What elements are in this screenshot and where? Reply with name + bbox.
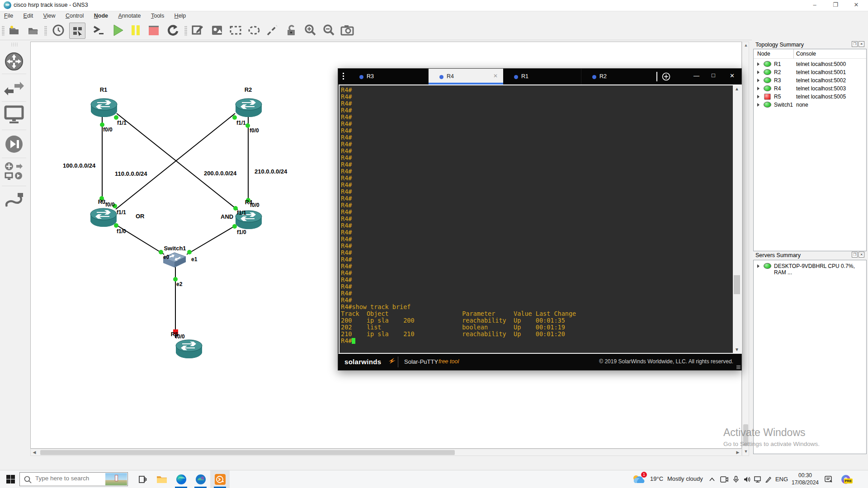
taskbar-search[interactable] bbox=[19, 472, 128, 486]
snapshot-button[interactable] bbox=[51, 23, 66, 38]
expand-arrow[interactable] bbox=[757, 264, 760, 268]
zoom-in-button[interactable] bbox=[302, 23, 318, 38]
node-r2[interactable] bbox=[235, 95, 263, 118]
terminal-minimize-button[interactable]: — bbox=[693, 72, 699, 79]
panel-close-button[interactable]: ✕ bbox=[859, 41, 864, 47]
meet-now-icon[interactable] bbox=[718, 470, 731, 488]
scroll-up-icon[interactable]: ▲ bbox=[733, 86, 741, 91]
menu-view[interactable]: View bbox=[39, 12, 60, 20]
expand-arrow[interactable] bbox=[757, 95, 760, 99]
draw-rectangle-button[interactable] bbox=[228, 23, 243, 38]
palette-security-devices-button[interactable] bbox=[3, 133, 25, 155]
draw-ellipse-button[interactable] bbox=[246, 23, 262, 38]
toolbar-handle[interactable] bbox=[2, 26, 5, 36]
pen-icon[interactable] bbox=[763, 470, 774, 488]
toolbar-handle[interactable] bbox=[184, 26, 187, 36]
suspend-all-button[interactable] bbox=[128, 23, 143, 38]
stop-all-button[interactable] bbox=[146, 23, 161, 38]
new-session-button[interactable] bbox=[662, 72, 670, 83]
search-input[interactable] bbox=[34, 474, 104, 482]
palette-all-devices-button[interactable] bbox=[3, 160, 25, 182]
edge-browser-button[interactable] bbox=[171, 470, 191, 488]
node-r3[interactable] bbox=[90, 205, 118, 228]
screenshot-button[interactable] bbox=[340, 23, 355, 38]
scroll-down-icon[interactable]: ▼ bbox=[733, 347, 741, 352]
terminal-maximize-button[interactable]: □ bbox=[712, 72, 715, 79]
task-view-button[interactable] bbox=[132, 470, 152, 488]
terminal-scrollbar[interactable]: ▲ ▼ bbox=[733, 85, 741, 353]
microphone-icon[interactable] bbox=[731, 470, 741, 488]
canvas-horizontal-scrollbar[interactable]: ◀ ▶ bbox=[30, 449, 742, 456]
palette-switches-button[interactable] bbox=[3, 78, 25, 99]
palette-end-devices-button[interactable] bbox=[3, 104, 25, 126]
copilot-icon[interactable]: PRE bbox=[837, 470, 854, 488]
console-connect-button[interactable] bbox=[91, 23, 106, 38]
expand-arrow[interactable] bbox=[757, 62, 760, 66]
terminal-close-button[interactable]: ✕ bbox=[730, 72, 735, 79]
scroll-left-arrow[interactable]: ◀ bbox=[31, 449, 38, 456]
expand-arrow[interactable] bbox=[757, 70, 760, 74]
scrollbar-thumb[interactable] bbox=[40, 450, 455, 455]
start-button[interactable] bbox=[1, 470, 20, 488]
node-r5[interactable] bbox=[175, 337, 203, 359]
expand-arrow[interactable] bbox=[757, 79, 760, 82]
tab-menu-icon[interactable] bbox=[343, 73, 344, 80]
scroll-down-arrow[interactable]: ▼ bbox=[742, 448, 750, 455]
column-node[interactable]: Node bbox=[757, 51, 770, 57]
scroll-right-arrow[interactable]: ▶ bbox=[734, 449, 741, 456]
search-daily-image[interactable] bbox=[105, 473, 127, 485]
menu-help[interactable]: Help bbox=[170, 12, 190, 20]
reload-all-button[interactable] bbox=[165, 23, 180, 38]
menu-edit[interactable]: Edit bbox=[19, 12, 38, 20]
menu-control[interactable]: Control bbox=[61, 12, 88, 20]
menu-annotate[interactable]: Annotate bbox=[114, 12, 145, 20]
resize-grip[interactable] bbox=[736, 365, 741, 369]
canvas-vertical-scrollbar[interactable]: ▲ ▼ bbox=[742, 42, 749, 456]
start-all-button[interactable] bbox=[110, 23, 126, 38]
close-button[interactable]: ✕ bbox=[846, 0, 866, 10]
toolbar-handle[interactable] bbox=[44, 26, 47, 36]
terminal-screen[interactable]: R4# R4# R4# R4# R4# R4# R4# R4# R4# R4# … bbox=[340, 85, 733, 353]
expand-arrow[interactable] bbox=[757, 87, 760, 90]
expand-arrow[interactable] bbox=[757, 103, 760, 107]
draw-line-button[interactable] bbox=[264, 23, 280, 38]
file-explorer-button[interactable] bbox=[152, 470, 171, 488]
menu-tools[interactable]: Tools bbox=[147, 12, 168, 20]
tray-chevron-up-icon[interactable] bbox=[706, 470, 718, 488]
palette-routers-button[interactable] bbox=[3, 51, 25, 72]
new-project-button[interactable] bbox=[6, 23, 22, 38]
minimize-button[interactable]: – bbox=[805, 0, 825, 10]
panel-float-button[interactable]: ❐ bbox=[852, 252, 858, 258]
tray-clock[interactable]: 00:30 17/08/2024 bbox=[790, 472, 820, 486]
scrollbar-thumb[interactable] bbox=[743, 424, 748, 446]
scroll-up-arrow[interactable]: ▲ bbox=[742, 42, 750, 49]
show-interface-labels-button[interactable] bbox=[69, 23, 85, 39]
tab-r2[interactable]: R2 bbox=[581, 69, 655, 84]
panel-close-button[interactable]: ✕ bbox=[859, 252, 864, 258]
lock-unlock-button[interactable] bbox=[283, 23, 299, 38]
gns3-taskbar-button[interactable] bbox=[191, 470, 210, 488]
insert-picture-button[interactable] bbox=[209, 23, 225, 38]
language-indicator[interactable]: ENG bbox=[774, 470, 789, 488]
panel-float-button[interactable]: ❐ bbox=[852, 41, 858, 47]
network-icon[interactable] bbox=[751, 470, 764, 488]
solar-putty-taskbar-button[interactable] bbox=[210, 470, 230, 488]
tab-r1[interactable]: R1 bbox=[503, 69, 581, 84]
weather-tray-button[interactable]: 1 19°C Mostly cloudy bbox=[628, 470, 705, 488]
menu-node[interactable]: Node bbox=[90, 12, 112, 20]
tab-r4-active[interactable]: R4 ✕ bbox=[429, 69, 503, 84]
open-project-button[interactable] bbox=[25, 23, 41, 38]
add-note-button[interactable] bbox=[190, 23, 205, 38]
solar-putty-window[interactable]: R3 R4 ✕ R1 R2 — □ ✕ R4# R4# R4# R4# R4# … bbox=[338, 68, 742, 371]
node-r1[interactable] bbox=[90, 95, 118, 118]
menu-file[interactable]: File bbox=[0, 12, 17, 20]
tab-r3[interactable]: R3 bbox=[349, 69, 429, 84]
column-console[interactable]: Console bbox=[796, 51, 816, 57]
restore-button[interactable]: ❐ bbox=[826, 0, 845, 10]
palette-add-link-button[interactable] bbox=[3, 189, 25, 211]
tab-close-icon[interactable]: ✕ bbox=[493, 73, 498, 79]
palette-handle[interactable] bbox=[11, 42, 18, 46]
action-center-icon[interactable] bbox=[822, 470, 835, 488]
zoom-out-button[interactable] bbox=[321, 23, 336, 38]
scrollbar-thumb[interactable] bbox=[734, 275, 740, 294]
